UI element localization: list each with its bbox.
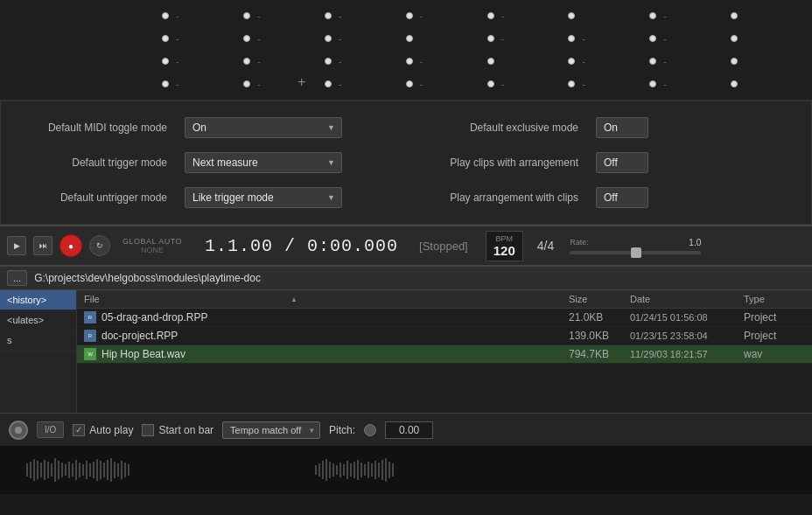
play-button[interactable]: ▶ — [7, 236, 26, 255]
seq-cell: - — [162, 10, 243, 21]
record-button[interactable]: ● — [60, 234, 82, 257]
file-size-1: 21.0KB — [569, 311, 630, 324]
seq-dot[interactable] — [406, 35, 413, 42]
trigger-mode-label: Default trigger mode — [27, 157, 167, 169]
seq-dot[interactable] — [731, 12, 738, 19]
seq-dot[interactable] — [162, 12, 169, 19]
sidebar-item-ulates[interactable]: <ulates> — [0, 310, 76, 331]
file-row-3[interactable]: W Hip Hop Beat.wav 794.7KB 11/29/03 18:2… — [77, 345, 812, 364]
seq-dot[interactable] — [243, 12, 250, 19]
skip-button[interactable]: ⏭ — [33, 236, 52, 255]
file-col-type-header: Type — [744, 294, 805, 304]
seq-dot[interactable] — [487, 80, 494, 87]
seq-dot[interactable] — [243, 80, 250, 87]
seq-cell: - — [649, 33, 731, 44]
browser-layout: <history> <ulates> s File ▲ Size Date Ty… — [0, 290, 812, 413]
svg-rect-25 — [107, 460, 108, 480]
untrigger-mode-select[interactable]: Like trigger mode Immediately Next measu… — [185, 187, 342, 208]
seq-dot[interactable] — [568, 80, 575, 87]
seq-dot[interactable] — [325, 58, 332, 65]
seq-dot[interactable] — [325, 12, 332, 19]
play-arrangement-group: Play arrangement with clips Off — [403, 187, 648, 208]
sidebar-item-history[interactable]: <history> — [0, 290, 76, 310]
trigger-mode-select[interactable]: Immediately Next measure Next beat Next … — [185, 152, 342, 173]
seq-dot[interactable] — [243, 35, 250, 42]
seq-dot[interactable] — [325, 80, 332, 87]
midi-toggle-select[interactable]: OnOff — [185, 117, 342, 138]
seq-dot[interactable] — [731, 35, 738, 42]
cycle-button[interactable]: ↻ — [89, 235, 110, 256]
sequencer-area: - - - - - - - - - - - - - - - - - — [0, 0, 812, 101]
seq-dot[interactable] — [649, 12, 656, 19]
pitch-value[interactable] — [385, 421, 433, 439]
io-indicator[interactable] — [9, 421, 28, 440]
seq-cell: - — [325, 56, 406, 66]
seq-dot[interactable] — [406, 80, 413, 87]
seq-dot[interactable] — [649, 58, 656, 65]
untrigger-mode-select-wrapper: Like trigger mode Immediately Next measu… — [185, 187, 342, 208]
seq-cell: - — [649, 79, 731, 89]
pitch-icon[interactable] — [364, 424, 376, 436]
svg-rect-34 — [322, 461, 324, 479]
svg-rect-26 — [110, 458, 112, 482]
start-on-bar-checkbox[interactable] — [142, 424, 154, 436]
untrigger-mode-label: Default untrigger mode — [27, 191, 167, 204]
sidebar-item-s[interactable]: s — [0, 331, 76, 351]
sort-arrow: ▲ — [290, 296, 298, 303]
seq-cell: - — [487, 79, 569, 89]
path-nav-button[interactable]: ... — [7, 270, 27, 286]
autoplay-checkbox[interactable] — [73, 424, 85, 436]
seq-dot[interactable] — [162, 80, 169, 87]
svg-rect-16 — [75, 460, 77, 480]
exclusive-mode-group: Default exclusive mode On — [403, 117, 648, 138]
seq-dot[interactable] — [487, 58, 494, 65]
seq-cell: - — [162, 56, 243, 66]
settings-row-3: Default untrigger mode Like trigger mode… — [27, 187, 785, 208]
bpm-box: BPM 120 — [486, 231, 523, 261]
seq-cell: - — [568, 56, 649, 66]
seq-cell: - — [243, 33, 325, 44]
seq-dot[interactable] — [568, 12, 575, 19]
start-on-bar-wrap[interactable]: Start on bar — [142, 424, 214, 436]
seq-dot[interactable] — [243, 58, 250, 65]
pitch-label: Pitch: — [329, 424, 355, 436]
seq-dot[interactable] — [649, 35, 656, 42]
seq-dot[interactable] — [406, 58, 413, 65]
file-row-2[interactable]: R doc-project.RPP 139.0KB 01/23/15 23:58… — [77, 327, 812, 345]
seq-dot[interactable] — [487, 35, 494, 42]
file-row-1[interactable]: R 05-drag-and-drop.RPP 21.0KB 01/24/15 0… — [77, 309, 812, 327]
io-button[interactable]: I/O — [37, 421, 64, 438]
file-icon-rpp: R — [84, 311, 96, 324]
rate-slider[interactable] — [570, 251, 701, 254]
seq-dot[interactable] — [568, 35, 575, 42]
seq-cell — [731, 35, 812, 42]
file-type-1: Project — [744, 311, 805, 324]
seq-cell: - — [568, 79, 649, 89]
midi-toggle-select-wrapper: OnOff — [185, 117, 342, 138]
seq-row: - - - - - - — [162, 50, 812, 73]
seq-dot[interactable] — [325, 35, 332, 42]
seq-dot[interactable] — [487, 12, 494, 19]
autoplay-checkbox-wrap[interactable]: Auto play — [73, 424, 133, 436]
rate-thumb[interactable] — [631, 247, 641, 258]
svg-rect-14 — [68, 462, 70, 478]
svg-rect-9 — [51, 463, 52, 477]
svg-rect-38 — [336, 465, 338, 475]
seq-dot[interactable] — [731, 80, 738, 87]
tempo-select[interactable]: Tempo match off Tempo match on Off — [222, 421, 320, 439]
none-label: NONE — [141, 246, 164, 254]
time-display: 1.1.00 / 0:00.000 — [205, 236, 398, 256]
seq-dot[interactable] — [649, 80, 656, 87]
svg-rect-45 — [360, 463, 362, 477]
seq-dot[interactable] — [406, 12, 413, 19]
play-clips-label: Play clips with arrangement — [403, 157, 578, 169]
bpm-value[interactable]: 120 — [494, 243, 515, 258]
browser-sidebar: <history> <ulates> s — [0, 290, 77, 413]
settings-row-2: Default trigger mode Immediately Next me… — [27, 152, 785, 173]
seq-dot[interactable] — [162, 35, 169, 42]
seq-dot[interactable] — [731, 58, 738, 65]
seq-dot[interactable] — [568, 58, 575, 65]
file-browser: ... G:\projects\dev\helgoboss\modules\pl… — [0, 267, 812, 413]
seq-dot[interactable] — [162, 58, 169, 65]
time-signature: 4/4 — [537, 239, 554, 253]
